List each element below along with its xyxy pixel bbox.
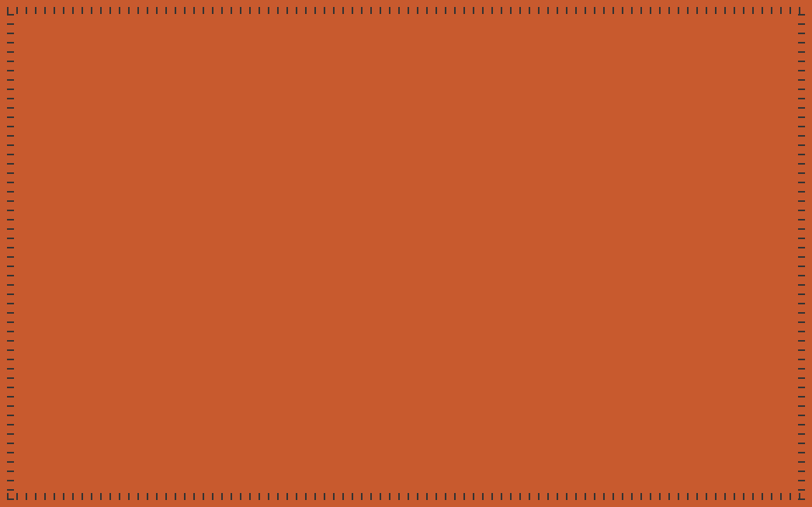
run-tab[interactable]: 123 bbox=[156, 376, 204, 396]
line-number: 27 bbox=[238, 353, 276, 371]
code-line[interactable]: if bmi<18.5: bbox=[300, 103, 800, 121]
code-line[interactable]: weight = float(input("请输入体重:")) bbox=[300, 50, 800, 68]
soft-wrap-icon[interactable] bbox=[16, 432, 29, 445]
tab-label: 123 bbox=[132, 380, 147, 391]
line-number: 21 bbox=[238, 246, 276, 264]
line-number: 19 bbox=[238, 210, 276, 228]
run-tab[interactable]: 123 bbox=[204, 376, 252, 396]
line-number: 17 bbox=[238, 175, 276, 193]
code-line[interactable]: print(name, "的bmi为：%.2f,为 %s" % (bmi, "过… bbox=[300, 193, 800, 210]
code-text-area[interactable]: for i in range(0,5): name = input("请输入名字… bbox=[297, 12, 800, 375]
console-line: 请输入身高:1.58 bbox=[43, 455, 791, 473]
console-line: lisi 的bmi为：18.78,为 正常 bbox=[43, 401, 791, 419]
fold-toggle-icon[interactable]: − bbox=[286, 19, 294, 26]
python-icon bbox=[68, 380, 80, 392]
line-number: 20 bbox=[238, 228, 276, 246]
line-number: 26 bbox=[238, 335, 276, 353]
line-number: 11 bbox=[238, 68, 276, 85]
run-tab[interactable]: 123 bbox=[12, 376, 60, 396]
run-tab[interactable]: 123 bbox=[252, 376, 300, 396]
console-line: wangermazi 的bmi为：21.23,为 正常 bbox=[43, 473, 791, 491]
code-editor[interactable]: 89101112131415161718192021222324252627 −… bbox=[238, 12, 800, 375]
code-line[interactable]: name = input("请输入名字:") bbox=[300, 32, 800, 50]
ide-window: 89101112131415161718192021222324252627 −… bbox=[11, 11, 801, 496]
line-number: 23 bbox=[238, 282, 276, 300]
line-number: 8 bbox=[238, 14, 276, 32]
tab-label: 123 bbox=[228, 380, 244, 391]
arrow-down-icon[interactable] bbox=[16, 418, 29, 430]
code-line[interactable]: for i in range(0,5): bbox=[300, 14, 800, 32]
tab-label: 123 bbox=[36, 380, 51, 391]
line-number: 9 bbox=[238, 32, 276, 50]
line-number: 14 bbox=[238, 121, 276, 139]
python-icon bbox=[212, 380, 224, 392]
exit-icon[interactable] bbox=[16, 447, 29, 460]
code-line[interactable]: print(name, "的bmi为：%.2f,为 %s" % (bmi, "肥… bbox=[300, 228, 800, 246]
code-line[interactable]: height = float(input("请输入身高:")) bbox=[300, 68, 800, 85]
fold-gutter: − bbox=[285, 12, 297, 375]
console-line: 请输入名字:wangermazi bbox=[43, 419, 791, 437]
code-line[interactable]: elif bmi<=32: bbox=[300, 210, 800, 228]
code-line[interactable]: elif bmi<=28: bbox=[300, 175, 800, 193]
editor-pane: 89101112131415161718192021222324252627 −… bbox=[12, 12, 800, 375]
console-line: 请输入体重:53 bbox=[43, 437, 791, 455]
console-toolbar bbox=[12, 397, 33, 495]
python-icon bbox=[116, 380, 128, 392]
code-line[interactable] bbox=[300, 335, 800, 353]
line-number: 18 bbox=[238, 193, 276, 210]
console-output[interactable]: lisi 的bmi为：18.78,为 正常请输入名字:wangermazi请输入… bbox=[33, 397, 800, 495]
python-icon bbox=[164, 380, 176, 392]
run-console: lisi 的bmi为：18.78,为 正常请输入名字:wangermazi请输入… bbox=[12, 397, 800, 495]
python-icon bbox=[19, 380, 32, 392]
tab-label: 123 bbox=[180, 380, 196, 391]
left-margin bbox=[12, 12, 238, 375]
code-line[interactable] bbox=[300, 353, 800, 371]
code-line[interactable]: else: bbox=[300, 246, 800, 264]
line-number: 22 bbox=[238, 264, 276, 282]
line-number: 10 bbox=[238, 50, 276, 68]
code-line[interactable]: print(name, "的bmi为：%.2f,为 %s" % (bmi, "正… bbox=[300, 157, 800, 175]
run-tab[interactable]: 123 bbox=[60, 376, 108, 396]
code-line[interactable] bbox=[300, 318, 800, 335]
code-line[interactable]: print(name,"的bmi为：%.2f,为 %s" % (bmi,"过轻"… bbox=[300, 121, 800, 139]
arrow-up-icon[interactable] bbox=[16, 403, 29, 415]
line-number: 16 bbox=[238, 157, 276, 175]
code-line[interactable]: print(name, "的bmi为：%s,为 %s" % (bmi, "严重肥… bbox=[300, 264, 800, 282]
tab-label: 123 bbox=[276, 380, 292, 391]
line-number: 24 bbox=[238, 300, 276, 318]
tab-label: 123 bbox=[84, 380, 99, 391]
python-icon bbox=[260, 380, 272, 392]
line-number-gutter: 89101112131415161718192021222324252627 bbox=[238, 12, 285, 375]
code-line[interactable] bbox=[300, 282, 800, 300]
code-line[interactable]: elif bmi<=25: bbox=[300, 139, 800, 157]
code-line[interactable]: bmi = weight/(height*height) bbox=[300, 85, 800, 103]
line-number: 13 bbox=[238, 103, 276, 121]
run-tab[interactable]: 123 bbox=[108, 376, 156, 396]
line-number: 12 bbox=[238, 85, 276, 103]
run-tabs-bar: 123123123123123123 bbox=[12, 375, 800, 397]
line-number: 15 bbox=[238, 139, 276, 157]
code-line[interactable] bbox=[300, 300, 800, 318]
line-number: 25 bbox=[238, 318, 276, 335]
